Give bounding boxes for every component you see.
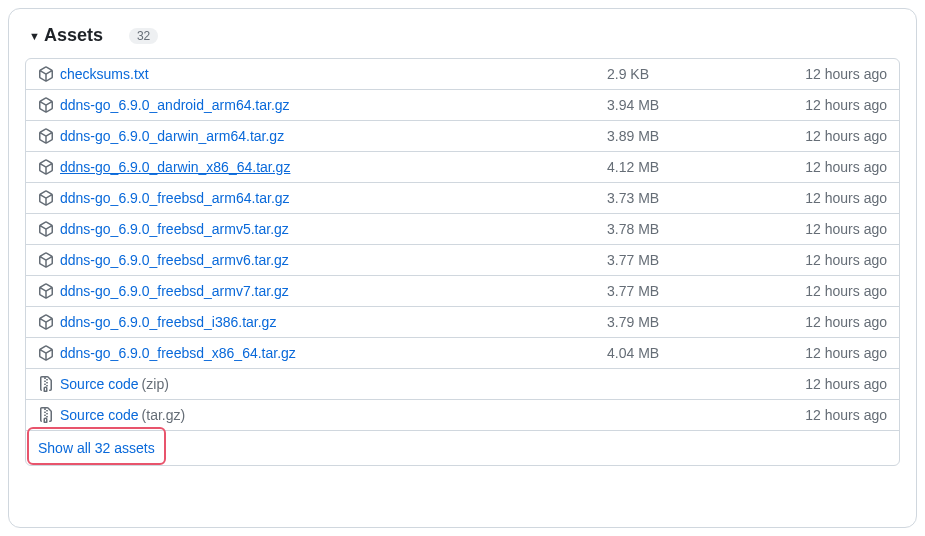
asset-row: checksums.txt2.9 KB12 hours ago <box>26 59 899 90</box>
asset-row: ddns-go_6.9.0_android_arm64.tar.gz3.94 M… <box>26 90 899 121</box>
asset-time: 12 hours ago <box>787 376 887 392</box>
asset-format: (zip) <box>142 376 169 392</box>
asset-link[interactable]: Source code <box>60 376 139 392</box>
asset-time: 12 hours ago <box>787 190 887 206</box>
file-zip-icon <box>38 376 54 392</box>
asset-link[interactable]: ddns-go_6.9.0_freebsd_x86_64.tar.gz <box>60 345 296 361</box>
file-zip-icon <box>38 407 54 423</box>
package-icon <box>38 221 54 237</box>
asset-name-cell: ddns-go_6.9.0_android_arm64.tar.gz <box>38 97 607 113</box>
assets-header[interactable]: ▼ Assets 32 <box>25 25 900 46</box>
package-icon <box>38 66 54 82</box>
assets-title: ▼ Assets <box>29 25 103 46</box>
asset-name-cell: ddns-go_6.9.0_darwin_arm64.tar.gz <box>38 128 607 144</box>
asset-name-cell: checksums.txt <box>38 66 607 82</box>
asset-name-cell: Source code(tar.gz) <box>38 407 607 423</box>
asset-size: 2.9 KB <box>607 66 787 82</box>
asset-name-cell: ddns-go_6.9.0_freebsd_i386.tar.gz <box>38 314 607 330</box>
asset-link[interactable]: ddns-go_6.9.0_freebsd_armv6.tar.gz <box>60 252 289 268</box>
asset-time: 12 hours ago <box>787 283 887 299</box>
asset-time: 12 hours ago <box>787 159 887 175</box>
asset-time: 12 hours ago <box>787 252 887 268</box>
package-icon <box>38 97 54 113</box>
package-icon <box>38 252 54 268</box>
asset-row: ddns-go_6.9.0_freebsd_arm64.tar.gz3.73 M… <box>26 183 899 214</box>
package-icon <box>38 314 54 330</box>
package-icon <box>38 345 54 361</box>
package-icon <box>38 283 54 299</box>
asset-row: ddns-go_6.9.0_darwin_x86_64.tar.gz4.12 M… <box>26 152 899 183</box>
asset-row: ddns-go_6.9.0_freebsd_x86_64.tar.gz4.04 … <box>26 338 899 369</box>
asset-link[interactable]: ddns-go_6.9.0_freebsd_armv7.tar.gz <box>60 283 289 299</box>
asset-size: 4.04 MB <box>607 345 787 361</box>
asset-time: 12 hours ago <box>787 314 887 330</box>
asset-row: ddns-go_6.9.0_freebsd_armv7.tar.gz3.77 M… <box>26 276 899 307</box>
asset-name-cell: Source code(zip) <box>38 376 607 392</box>
asset-time: 12 hours ago <box>787 407 887 423</box>
asset-link[interactable]: ddns-go_6.9.0_darwin_x86_64.tar.gz <box>60 159 290 175</box>
asset-size: 3.89 MB <box>607 128 787 144</box>
package-icon <box>38 128 54 144</box>
asset-link[interactable]: ddns-go_6.9.0_freebsd_arm64.tar.gz <box>60 190 290 206</box>
package-icon <box>38 190 54 206</box>
asset-link[interactable]: ddns-go_6.9.0_freebsd_i386.tar.gz <box>60 314 276 330</box>
show-all-assets-link[interactable]: Show all 32 assets <box>38 440 155 456</box>
asset-link[interactable]: ddns-go_6.9.0_android_arm64.tar.gz <box>60 97 290 113</box>
assets-title-text: Assets <box>44 25 103 46</box>
asset-time: 12 hours ago <box>787 128 887 144</box>
asset-row: ddns-go_6.9.0_darwin_arm64.tar.gz3.89 MB… <box>26 121 899 152</box>
asset-row: ddns-go_6.9.0_freebsd_armv6.tar.gz3.77 M… <box>26 245 899 276</box>
asset-format: (tar.gz) <box>142 407 186 423</box>
asset-link[interactable]: ddns-go_6.9.0_freebsd_armv5.tar.gz <box>60 221 289 237</box>
asset-link[interactable]: checksums.txt <box>60 66 149 82</box>
asset-row: Source code(tar.gz)12 hours ago <box>26 400 899 431</box>
asset-time: 12 hours ago <box>787 97 887 113</box>
asset-link[interactable]: Source code <box>60 407 139 423</box>
asset-name-cell: ddns-go_6.9.0_freebsd_armv7.tar.gz <box>38 283 607 299</box>
assets-count-badge: 32 <box>129 28 158 44</box>
asset-name-cell: ddns-go_6.9.0_freebsd_armv5.tar.gz <box>38 221 607 237</box>
asset-size: 3.78 MB <box>607 221 787 237</box>
package-icon <box>38 159 54 175</box>
asset-size: 3.79 MB <box>607 314 787 330</box>
asset-row: Source code(zip)12 hours ago <box>26 369 899 400</box>
show-all-row: Show all 32 assets <box>26 431 899 465</box>
asset-size: 3.73 MB <box>607 190 787 206</box>
asset-time: 12 hours ago <box>787 345 887 361</box>
asset-name-cell: ddns-go_6.9.0_freebsd_armv6.tar.gz <box>38 252 607 268</box>
asset-link[interactable]: ddns-go_6.9.0_darwin_arm64.tar.gz <box>60 128 284 144</box>
asset-name-cell: ddns-go_6.9.0_darwin_x86_64.tar.gz <box>38 159 607 175</box>
asset-size: 3.77 MB <box>607 283 787 299</box>
assets-card: ▼ Assets 32 checksums.txt2.9 KB12 hours … <box>8 8 917 528</box>
asset-name-cell: ddns-go_6.9.0_freebsd_arm64.tar.gz <box>38 190 607 206</box>
asset-row: ddns-go_6.9.0_freebsd_i386.tar.gz3.79 MB… <box>26 307 899 338</box>
asset-size: 3.94 MB <box>607 97 787 113</box>
asset-time: 12 hours ago <box>787 221 887 237</box>
asset-size: 3.77 MB <box>607 252 787 268</box>
assets-list: checksums.txt2.9 KB12 hours agoddns-go_6… <box>25 58 900 466</box>
caret-down-icon: ▼ <box>29 30 40 42</box>
asset-row: ddns-go_6.9.0_freebsd_armv5.tar.gz3.78 M… <box>26 214 899 245</box>
asset-name-cell: ddns-go_6.9.0_freebsd_x86_64.tar.gz <box>38 345 607 361</box>
asset-time: 12 hours ago <box>787 66 887 82</box>
asset-size: 4.12 MB <box>607 159 787 175</box>
